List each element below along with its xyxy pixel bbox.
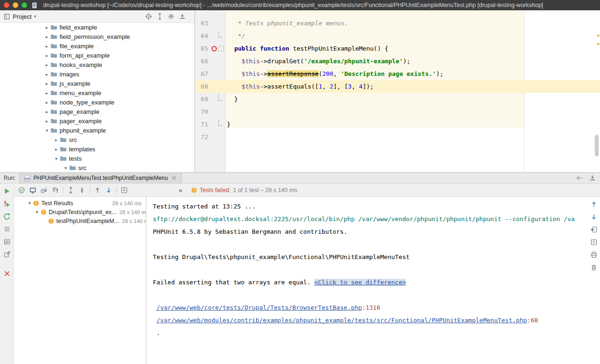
previous-failed-icon[interactable] xyxy=(94,186,101,194)
project-tree-item[interactable]: ▸hooks_example xyxy=(0,60,195,69)
code-text[interactable]: * Tests phpunit_example menus. xyxy=(225,17,600,30)
project-tree-item[interactable]: ▸node_type_example xyxy=(0,97,195,107)
project-tree-item[interactable]: ▸js_example xyxy=(0,79,195,88)
code-text[interactable]: } xyxy=(225,93,600,105)
close-tab-icon[interactable] xyxy=(170,174,178,182)
chevron-right-icon[interactable]: ▸ xyxy=(44,25,50,30)
project-tree-item[interactable]: ▸field_example xyxy=(0,22,195,32)
run-tab[interactable]: php PHPUnitExampleMenuTest.testPhpUnitEx… xyxy=(19,173,182,183)
console-link[interactable]: /var/www/web/modules/contrib/examples/ph… xyxy=(157,317,527,324)
next-failed-icon[interactable] xyxy=(105,186,112,194)
editor-line[interactable]: 70 xyxy=(195,105,600,118)
chevron-down-icon[interactable]: ▾ xyxy=(34,209,40,215)
collapse-all-icon[interactable] xyxy=(67,186,75,194)
breakpoint-icon[interactable] xyxy=(210,45,218,52)
code-text[interactable]: public function testPhpUnitExampleMenu()… xyxy=(225,42,600,55)
code-text[interactable] xyxy=(225,105,600,118)
test-tree-item[interactable]: ▾Drupal\Tests\phpunit_ex...28 s 140 ms xyxy=(14,208,146,216)
editor-line[interactable]: 66 $this->drupalGet('/examples/phpunit-e… xyxy=(195,55,600,67)
project-tree-item[interactable]: ▸form_api_example xyxy=(0,51,195,60)
window-minimize-button[interactable] xyxy=(13,2,18,8)
fold-marker[interactable] xyxy=(218,31,223,37)
stop-icon[interactable] xyxy=(3,225,11,233)
project-tree-item[interactable]: ▸src xyxy=(0,135,195,144)
console-link[interactable]: /var/www/web/core/tests/Drupal/Tests/Bro… xyxy=(157,304,362,311)
console-output-icon[interactable] xyxy=(3,238,11,245)
chevron-down-icon[interactable]: ▾ xyxy=(62,165,69,171)
show-output-icon[interactable] xyxy=(29,186,37,194)
expand-all-icon[interactable] xyxy=(78,186,86,194)
code-text[interactable]: $this->assertEquals([1, 2], [3, 4]); xyxy=(225,80,600,93)
chevron-down-icon[interactable]: ▾ xyxy=(53,156,60,161)
chevron-right-icon[interactable]: ▸ xyxy=(53,137,60,142)
project-tree-item[interactable]: ▾tests xyxy=(0,154,195,163)
window-zoom-button[interactable] xyxy=(22,2,27,8)
project-tree-item[interactable]: ▸file_example xyxy=(0,41,195,51)
import-results-icon[interactable] xyxy=(120,186,128,194)
editor-line[interactable]: 67 $this->assertResponse(200, 'Descripti… xyxy=(195,67,600,80)
show-passed-icon[interactable] xyxy=(18,186,25,194)
settings-icon[interactable] xyxy=(167,13,175,20)
jump-source-icon[interactable] xyxy=(590,226,598,233)
project-tree-item[interactable]: ▸templates xyxy=(0,144,195,154)
project-tree-item[interactable]: ▾phpunit_example xyxy=(0,126,195,135)
clear-icon[interactable] xyxy=(590,264,598,271)
suites-top-icon[interactable] xyxy=(52,186,59,194)
chevron-right-icon[interactable]: ▸ xyxy=(44,34,50,39)
project-tree-item[interactable]: ▸menu_example xyxy=(0,88,195,97)
print-icon[interactable] xyxy=(590,251,598,259)
chevron-right-icon[interactable]: ▸ xyxy=(44,90,50,96)
project-panel-header[interactable]: Project ▾ xyxy=(0,10,195,23)
window-close-button[interactable] xyxy=(4,2,9,8)
code-text[interactable]: $this->drupalGet('/examples/phpunit-exam… xyxy=(225,55,600,67)
close-icon[interactable] xyxy=(3,270,11,277)
editor-line[interactable]: 64 */ xyxy=(195,30,600,42)
chevron-right-icon[interactable]: ▸ xyxy=(44,119,50,124)
chevron-right-icon[interactable]: ▸ xyxy=(44,109,50,114)
locate-icon[interactable] xyxy=(145,13,152,20)
open-editor-icon[interactable] xyxy=(590,238,598,246)
autotest-icon[interactable] xyxy=(3,213,11,220)
scroll-down-icon[interactable] xyxy=(590,213,598,221)
editor-scrollbar-thumb[interactable] xyxy=(595,135,599,156)
project-tree-item[interactable]: ▸images xyxy=(0,69,195,79)
project-tree-item[interactable]: ▾src xyxy=(0,163,195,172)
editor-line[interactable]: 63 * Tests phpunit_example menus. xyxy=(195,17,600,30)
editor-line[interactable]: 65− public function testPhpUnitExampleMe… xyxy=(195,42,600,55)
collapse-all-icon[interactable] xyxy=(156,13,164,20)
sort-by-duration-icon[interactable] xyxy=(40,186,48,194)
hide-icon[interactable] xyxy=(179,13,186,20)
error-stripe-mark[interactable] xyxy=(597,43,600,45)
editor[interactable]: 63 * Tests phpunit_example menus.64 */65… xyxy=(195,10,600,172)
code-text[interactable]: } xyxy=(225,118,600,131)
chevron-right-icon[interactable]: ▸ xyxy=(44,72,50,77)
chevron-right-icon[interactable]: ▸ xyxy=(44,53,50,58)
more-icon[interactable]: » xyxy=(177,186,184,194)
rerun-icon[interactable] xyxy=(3,187,11,195)
chevron-down-icon[interactable]: ▾ xyxy=(34,14,36,19)
editor-line[interactable]: 69 } xyxy=(195,93,600,105)
error-stripe-mark[interactable] xyxy=(597,35,600,37)
editor-line[interactable]: 72 xyxy=(195,131,600,143)
console-link[interactable]: <Click to see difference> xyxy=(314,279,406,286)
fold-marker[interactable] xyxy=(218,119,223,126)
editor-line[interactable]: 71} xyxy=(195,118,600,131)
project-tree-item[interactable]: ▸page_example xyxy=(0,107,195,116)
rerun-failed-icon[interactable] xyxy=(3,200,11,208)
fold-marker[interactable] xyxy=(218,94,223,101)
fold-marker[interactable]: − xyxy=(218,46,224,51)
chevron-down-icon[interactable]: ▾ xyxy=(44,128,50,133)
open-results-icon[interactable] xyxy=(3,251,11,258)
code-text[interactable] xyxy=(225,131,600,143)
settings-caret-icon[interactable] xyxy=(576,174,583,182)
test-tree-item[interactable]: ▾Test Results28 s 140 ms xyxy=(14,199,146,208)
chevron-right-icon[interactable]: ▸ xyxy=(53,147,60,152)
code-text[interactable]: */ xyxy=(225,30,600,42)
chevron-right-icon[interactable]: ▸ xyxy=(44,62,50,67)
project-tree-item[interactable]: ▸field_permission_example xyxy=(0,32,195,41)
code-text[interactable]: $this->assertResponse(200, 'Description … xyxy=(225,67,600,80)
chevron-right-icon[interactable]: ▸ xyxy=(44,100,50,105)
hide-bottom-icon[interactable] xyxy=(589,174,596,182)
project-tree-item[interactable]: ▸pager_example xyxy=(0,116,195,126)
chevron-down-icon[interactable]: ▾ xyxy=(26,201,33,206)
